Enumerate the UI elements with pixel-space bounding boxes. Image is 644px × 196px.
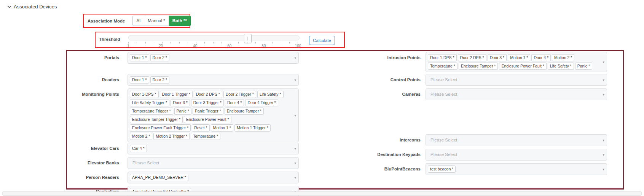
selected-tag: Door 2 DPS *	[194, 91, 222, 98]
slider-tick-labels: 120406080100	[128, 44, 298, 48]
left-field-column: PortalsDoor 1 *Door 2 *▾ReadersDoor 1 *D…	[66, 50, 309, 196]
selected-tag: Door 1-DPS *	[428, 54, 457, 61]
field-row-elevator-banks: Elevator BanksPlease Select▾	[66, 157, 309, 169]
chevron-down-icon[interactable]: ▾	[603, 153, 604, 156]
tick-mark	[204, 42, 205, 43]
chevron-down-icon[interactable]: ▾	[603, 93, 604, 96]
chevron-down-icon[interactable]: ▾	[294, 147, 296, 150]
selected-tag: Car 4 *	[130, 145, 147, 152]
tick-mark	[238, 42, 239, 43]
placeholder-text: Please Select	[428, 76, 457, 84]
chevron-down-icon[interactable]: ▾	[294, 114, 296, 117]
selected-tag: Enclosure Tamper *	[459, 63, 498, 70]
footer-divider	[2, 191, 642, 196]
calculate-button[interactable]: Calculate	[309, 36, 335, 45]
association-mode-option-both[interactable]: Both **	[169, 16, 191, 26]
threshold-highlight-box: Threshold 120406080100 Calculate	[95, 32, 345, 48]
intrusion-points-multiselect[interactable]: Door 1-DPS *Door 2 DPS *Door 3 *Motion 1…	[426, 52, 607, 72]
person-readers-multiselect[interactable]: APRA_PR_DEMO_SERVER *▾	[128, 172, 299, 183]
chevron-down-icon[interactable]: ▾	[603, 138, 604, 142]
field-label-person-readers: Person Readers	[66, 172, 119, 180]
tick-mark	[137, 42, 137, 43]
field-row-portals: PortalsDoor 1 *Door 2 *▾	[66, 52, 309, 64]
placeholder-text: Please Select	[428, 137, 457, 144]
cameras-multiselect[interactable]: Please Select▾	[426, 88, 607, 100]
selected-tag: Door 3 *	[171, 99, 190, 106]
readers-multiselect[interactable]: Door 1 *Door 2 *▾	[128, 74, 299, 86]
slider-ticks	[128, 42, 298, 43]
field-row-control-points: Control PointsPlease Select▾	[360, 74, 611, 86]
field-label-control-points: Control Points	[360, 74, 421, 82]
elevator-banks-multiselect[interactable]: Please Select▾	[128, 157, 299, 169]
chevron-down-icon[interactable]: ▾	[294, 78, 296, 82]
selected-tag: Enclosure Power Fault Trigger *	[130, 124, 191, 132]
tick-mark	[213, 42, 214, 43]
chevron-down-icon[interactable]: ▾	[294, 56, 296, 59]
selected-tag: test beacon *	[428, 165, 456, 173]
chevron-down-icon[interactable]	[7, 4, 12, 9]
tick-mark	[179, 42, 180, 43]
selected-tag: Motion 1 Trigger *	[234, 124, 271, 132]
chevron-down-icon[interactable]: ▾	[294, 176, 296, 179]
slider-grip	[247, 37, 248, 40]
right-field-column: Intrusion PointsDoor 1-DPS *Door 2 DPS *…	[360, 50, 611, 175]
selected-tag: Reset *	[192, 124, 209, 132]
section-header[interactable]: Associated Devices	[7, 4, 57, 10]
tick-mark	[264, 42, 264, 43]
placeholder-text: Please Select	[428, 91, 457, 98]
selected-tag: Motion 1 *	[211, 124, 233, 132]
chevron-down-icon[interactable]: ▾	[603, 167, 604, 171]
association-mode-option-ai[interactable]: AI	[132, 16, 144, 26]
chevron-down-icon[interactable]: ▾	[603, 60, 604, 64]
selected-tag: Motion 2 *	[130, 133, 152, 140]
association-mode-highlight-box: Association Mode AIManual *Both **	[83, 14, 190, 28]
association-mode-option-manual[interactable]: Manual *	[144, 16, 169, 26]
tick-mark	[128, 42, 129, 43]
tick-label: 40	[193, 44, 197, 48]
chevron-down-icon[interactable]: ▾	[294, 161, 296, 165]
tick-label: 1	[127, 44, 129, 48]
slider-track[interactable]	[128, 35, 300, 40]
selected-tag: Panic Trigger *	[193, 108, 223, 115]
destination-keypads-multiselect[interactable]: Please Select▾	[426, 149, 607, 161]
chevron-down-icon[interactable]: ▾	[603, 78, 604, 82]
field-label-portals: Portals	[66, 52, 119, 60]
field-row-intrusion-points: Intrusion PointsDoor 1-DPS *Door 2 DPS *…	[360, 52, 611, 72]
field-label-destination-keypads: Destination Keypads	[360, 149, 421, 157]
field-row-elevator-cars: Elevator CarsCar 4 *▾	[66, 143, 309, 154]
field-label-cameras: Cameras	[360, 88, 421, 96]
tick-mark	[162, 42, 163, 43]
tick-mark	[222, 42, 222, 43]
blupointbeacons-multiselect[interactable]: test beacon *▾	[426, 163, 607, 175]
selected-tag: Temperature *	[428, 63, 457, 70]
selected-tag: Door 1 Trigger *	[160, 91, 193, 98]
tick-mark	[281, 42, 281, 43]
selected-tag: Door 2 DPS *	[458, 54, 486, 61]
selected-tag: Door 3 *	[488, 54, 507, 61]
selected-tag: Door 1 *	[130, 54, 149, 61]
section-title: Associated Devices	[14, 4, 57, 10]
tick-label: 80	[261, 44, 266, 48]
tick-mark	[196, 42, 196, 43]
elevator-cars-multiselect[interactable]: Car 4 *▾	[128, 143, 299, 154]
selected-tag: Motion 2 *	[552, 54, 574, 61]
tick-mark	[272, 42, 273, 43]
selected-tag: Motion 1 *	[508, 54, 530, 61]
monitoring-points-multiselect[interactable]: Door 1-DPS *Door 1 Trigger *Door 2 DPS *…	[128, 88, 299, 142]
selected-tag: Panic *	[174, 108, 191, 115]
field-row-intercoms: IntercomsPlease Select▾	[360, 134, 611, 146]
tick-mark	[230, 42, 230, 43]
selected-tag: Door 4 Trigger *	[245, 99, 278, 106]
intercoms-multiselect[interactable]: Please Select▾	[426, 134, 607, 146]
threshold-slider[interactable]: 120406080100	[128, 34, 300, 48]
portals-multiselect[interactable]: Door 1 *Door 2 *▾	[128, 52, 299, 64]
selected-tag: Life Safety *	[257, 91, 284, 98]
tick-mark	[289, 42, 290, 43]
field-label-readers: Readers	[66, 74, 119, 82]
tick-mark	[255, 42, 256, 43]
field-label-monitoring-points: Monitoring Points	[66, 88, 119, 96]
selected-tag: Door 4 *	[225, 99, 244, 106]
field-label-elevator-cars: Elevator Cars	[66, 143, 119, 151]
selected-tag: Door 2 Trigger *	[223, 91, 256, 98]
control-points-multiselect[interactable]: Please Select▾	[426, 74, 607, 86]
